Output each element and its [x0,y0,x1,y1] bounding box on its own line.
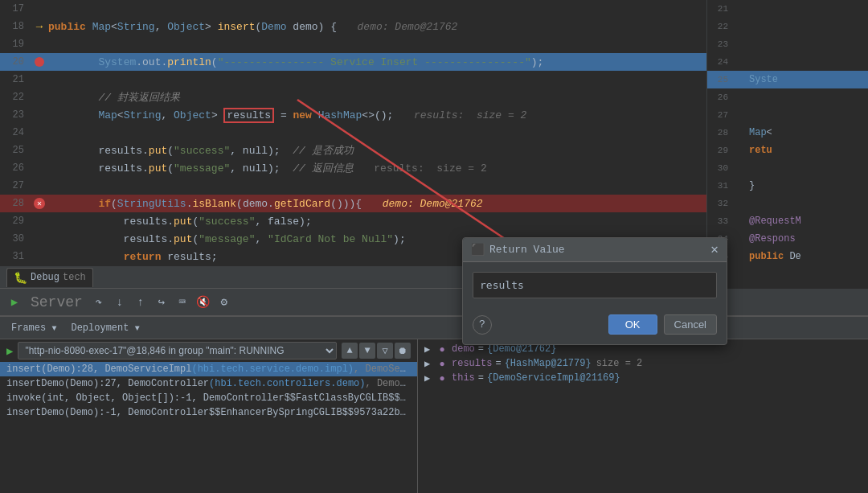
line-content: results.put("success", null); // 是否成功 [48,143,700,158]
line-content: results.put("message", null); // 返回信息 re… [48,161,700,175]
right-line-number: 28 [707,128,733,138]
dialog-close-button[interactable]: ✕ [710,244,719,257]
right-code-line: 33@RequestM [707,212,868,230]
dialog-title: Return Value [489,244,565,256]
call-stack-items: insert(Demo):28, DemoServiceImpl(hbi.tec… [0,362,417,420]
thread-record-button[interactable]: ⏺ [395,343,411,359]
frames-tab[interactable]: Frames ▼ [5,321,63,335]
error-badge-icon: ✕ [34,198,45,209]
stack-item-main: insertDemo(Demo):-1, DemoController$$Enh… [6,407,406,418]
var-expand-icon[interactable]: ▶ [424,358,436,370]
line-content: public Map<String, Object> insert(Demo d… [48,21,700,33]
var-expand-icon[interactable]: ▶ [424,372,436,384]
stack-item-file: , DemoServiceImpl.java [354,364,417,375]
right-line-content: retu [749,145,868,156]
right-line-number: 31 [707,181,733,191]
right-code-line: 27 [707,106,868,124]
frames-dropdown-icon[interactable]: ▼ [51,324,56,333]
line-number: 20 [0,56,31,68]
right-code-line: 30 [707,159,868,177]
code-line: 27 [0,177,706,195]
dialog-title-bar: ⬛ Return Value ✕ [463,238,727,262]
stack-item[interactable]: insertDemo(Demo):-1, DemoController$$Enh… [0,405,417,420]
debug-toolbar: ▶ Server ↷ ↓ ↑ ↪ ⌨ 🔇 ⚙ [0,289,868,316]
stack-item-file: , DemoController.java [365,378,417,389]
code-editor: 1718→public Map<String, Object> insert(D… [0,0,706,266]
return-value-input[interactable] [473,272,717,298]
stack-item[interactable]: insert(Demo):28, DemoServiceImpl(hbi.tec… [0,362,417,376]
variable-item[interactable]: ▶ ● this = {DemoServiceImpl@21169} [418,372,868,386]
right-line-content: @Respons [749,233,868,244]
code-line: 23 Map<String, Object> results = new Has… [0,106,706,124]
thread-filter-button[interactable]: ▽ [377,343,393,359]
right-line-number: 25 [707,75,733,84]
right-code-line: 21 [707,0,868,18]
right-code-line: 22 [707,18,868,35]
stack-item-main: insertDemo(Demo):27, DemoController [6,378,209,389]
var-type-icon: ● [436,343,448,356]
run-to-cursor-button[interactable]: ↪ [152,293,171,312]
step-out-button[interactable]: ↑ [131,293,150,312]
frames-tab-label: Frames [11,323,46,334]
line-number: 24 [0,127,31,138]
var-name: demo [452,343,475,355]
deployment-tab[interactable]: Deployment ▼ [64,321,145,335]
main-container: 1718→public Map<String, Object> insert(D… [0,0,868,493]
return-value-dialog[interactable]: ⬛ Return Value ✕ ? OK Cancel [462,237,727,345]
deployment-dropdown-icon[interactable]: ▼ [135,324,140,333]
debug-tab-label: Debug [31,272,59,283]
line-gutter: ✕ [31,198,48,209]
evaluate-button[interactable]: ⌨ [173,293,192,312]
right-line-content: } [749,180,868,191]
thread-up-button[interactable]: ▲ [342,343,358,359]
var-name: results [452,358,492,369]
mute-button[interactable]: 🔇 [194,293,213,312]
line-number: 19 [0,39,31,50]
right-line-number: 29 [707,146,733,155]
stack-item-main: invoke(int, Object, Object[]):-1, DemoCo… [6,392,417,404]
right-line-content: Syste [749,74,868,85]
right-line-number: 33 [707,216,733,226]
settings-button[interactable]: ⚙ [215,293,234,312]
var-name: this [452,372,475,384]
dialog-help-button[interactable]: ? [473,315,492,335]
right-line-number: 24 [707,57,733,67]
variable-item[interactable]: ▶ ● results = {HashMap@21779} size = 2 [418,357,868,372]
dialog-buttons: OK Cancel [608,314,717,335]
right-code-line: 31} [707,177,868,195]
right-code-line: 23 [707,35,868,53]
thread-status-icon: ▶ [6,344,13,358]
code-lines: 1718→public Map<String, Object> insert(D… [0,0,706,266]
right-code-panel: 2122232425Syste262728Map<29retu3031}3233… [707,0,868,289]
var-value: {HashMap@21779} [505,358,592,369]
right-line-number: 26 [707,92,733,102]
deployment-tab-label: Deployment [71,323,129,334]
line-content: // 封装返回结果 [48,90,700,105]
stack-item-link: (hbi.tech.controllers.demo) [209,378,365,389]
step-into-button[interactable]: ↓ [110,293,129,312]
var-type-icon: ● [436,372,448,385]
code-line: 24 [0,124,706,142]
right-line-number: 32 [707,199,733,208]
thread-down-button[interactable]: ▼ [359,343,375,359]
line-number: 30 [0,233,31,244]
frames-tabs: Frames ▼ Deployment ▼ [0,317,868,339]
line-number: 21 [0,74,31,85]
right-line-content: Map< [749,127,868,138]
stack-item[interactable]: invoke(int, Object, Object[]):-1, DemoCo… [0,391,417,405]
debug-tab[interactable]: 🐛 Debug tech [6,268,93,287]
code-line: 28✕ if(StringUtils.isBlank(demo.getIdCar… [0,195,706,212]
right-code-lines: 2122232425Syste262728Map<29retu3031}3233… [707,0,868,265]
thread-select[interactable]: "http-nio-8080-exec-17"@18,846 in group … [18,342,337,359]
var-expand-icon[interactable]: ▶ [424,343,436,355]
line-number: 28 [0,198,31,209]
dialog-title-left: ⬛ Return Value [471,243,565,257]
dialog-icon: ⬛ [471,243,485,257]
breakpoint-icon[interactable] [35,57,44,67]
dialog-ok-button[interactable]: OK [608,314,657,335]
stack-item[interactable]: insertDemo(Demo):27, DemoController(hbi.… [0,376,417,391]
dialog-cancel-button[interactable]: Cancel [664,314,717,335]
resume-button[interactable]: ▶ [5,293,24,312]
step-over-button[interactable]: ↷ [89,293,108,312]
code-line: 25 results.put("success", null); // 是否成功 [0,142,706,159]
